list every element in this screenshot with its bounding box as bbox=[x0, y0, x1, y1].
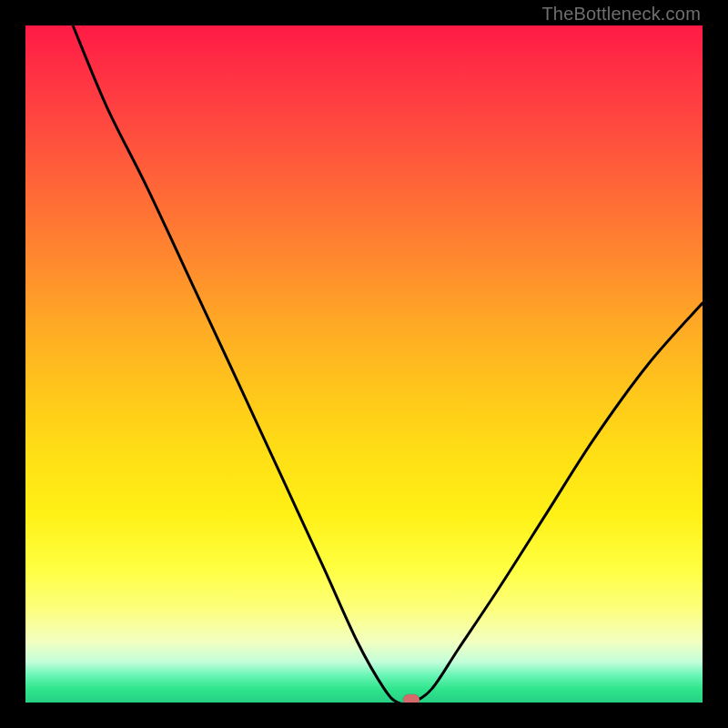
curve-svg bbox=[25, 25, 703, 703]
watermark-text: TheBottleneck.com bbox=[541, 4, 701, 25]
chart-frame: TheBottleneck.com bbox=[0, 0, 728, 728]
bottleneck-curve bbox=[73, 25, 703, 703]
optimal-point-marker bbox=[403, 694, 420, 703]
plot-area bbox=[25, 25, 703, 703]
